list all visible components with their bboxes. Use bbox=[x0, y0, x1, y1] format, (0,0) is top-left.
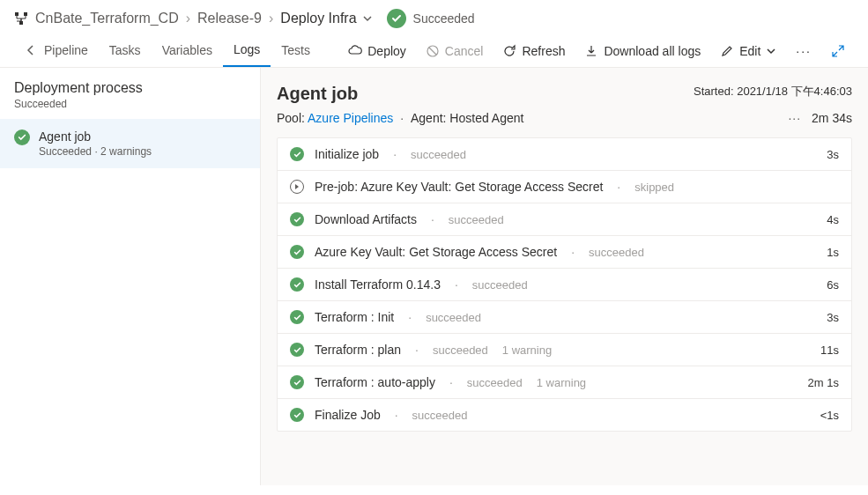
cancel-button: Cancel bbox=[424, 41, 486, 62]
success-icon bbox=[387, 9, 406, 28]
success-icon bbox=[290, 375, 304, 389]
task-row[interactable]: Terraform : plan · succeeded 1 warning 1… bbox=[278, 334, 851, 366]
sidebar-item-text: Agent job Succeeded · 2 warnings bbox=[39, 129, 152, 158]
sidebar-item-label: Agent job bbox=[39, 129, 152, 144]
sidebar-subtitle: Succeeded bbox=[14, 98, 246, 110]
deploy-label: Deploy bbox=[367, 44, 406, 58]
task-name: Install Terraform 0.14.3 bbox=[315, 277, 441, 292]
success-icon bbox=[290, 277, 304, 292]
job-duration-row: ··· 2m 34s bbox=[788, 111, 852, 125]
task-warning: 1 warning bbox=[537, 376, 586, 389]
task-status: succeeded bbox=[411, 148, 466, 161]
expand-icon bbox=[831, 44, 845, 58]
task-duration: 11s bbox=[820, 344, 839, 357]
task-name: Azure Key Vault: Get Storage Access Secr… bbox=[315, 245, 557, 259]
separator-dot: · bbox=[408, 310, 412, 324]
download-logs-button[interactable]: Download all logs bbox=[582, 41, 702, 62]
tab-tasks[interactable]: Tasks bbox=[99, 35, 152, 67]
task-status: succeeded bbox=[467, 376, 523, 389]
separator-dot: · bbox=[455, 277, 458, 292]
breadcrumb-stage[interactable]: Deploy Infra bbox=[280, 11, 372, 26]
success-icon bbox=[290, 310, 304, 324]
fullscreen-button[interactable] bbox=[829, 41, 847, 62]
task-duration: 1s bbox=[827, 246, 839, 259]
task-row[interactable]: Terraform : Init · succeeded 3s bbox=[278, 301, 851, 334]
task-status: skipped bbox=[634, 181, 674, 194]
task-duration: 3s bbox=[827, 311, 839, 324]
back-arrow-icon bbox=[25, 44, 37, 56]
separator-dot: · bbox=[397, 111, 407, 125]
cancel-label: Cancel bbox=[445, 44, 484, 58]
started-prefix: Started: bbox=[694, 85, 737, 98]
tab-pipeline[interactable]: Pipeline bbox=[14, 35, 99, 67]
task-status: succeeded bbox=[412, 409, 468, 422]
main-panel: Agent job Started: 2021/1/18 下午4:46:03 P… bbox=[261, 68, 868, 485]
task-row[interactable]: Pre-job: Azure Key Vault: Get Storage Ac… bbox=[278, 171, 851, 203]
main-header: Agent job Started: 2021/1/18 下午4:46:03 bbox=[277, 84, 852, 104]
breadcrumb-pipeline[interactable]: CnBate_Terraform_CD bbox=[35, 11, 179, 26]
release-icon bbox=[14, 11, 28, 26]
job-more-button[interactable]: ··· bbox=[788, 111, 801, 125]
task-status: succeeded bbox=[449, 213, 504, 226]
separator-dot: · bbox=[415, 343, 419, 357]
sidebar-item-agent-job[interactable]: Agent job Succeeded · 2 warnings bbox=[0, 119, 260, 168]
task-row[interactable]: Azure Key Vault: Get Storage Access Secr… bbox=[278, 236, 851, 269]
task-name: Initialize job bbox=[315, 147, 379, 161]
success-icon bbox=[290, 408, 304, 422]
breadcrumb: CnBate_Terraform_CD › Release-9 › Deploy… bbox=[35, 11, 373, 26]
refresh-label: Refresh bbox=[522, 44, 565, 58]
task-name: Download Artifacts bbox=[315, 212, 417, 226]
svg-rect-0 bbox=[15, 12, 19, 16]
success-icon bbox=[14, 129, 30, 145]
task-name: Pre-job: Azure Key Vault: Get Storage Ac… bbox=[315, 180, 603, 194]
task-name: Finalize Job bbox=[315, 408, 381, 422]
skipped-icon bbox=[290, 180, 304, 194]
separator-dot: · bbox=[617, 180, 620, 194]
task-duration: <1s bbox=[820, 409, 839, 422]
content: Deployment process Succeeded Agent job S… bbox=[0, 68, 868, 485]
task-row[interactable]: Terraform : auto-apply · succeeded 1 war… bbox=[278, 366, 851, 399]
task-row[interactable]: Download Artifacts · succeeded 4s bbox=[278, 203, 851, 236]
task-status: succeeded bbox=[426, 311, 481, 324]
tab-row: Pipeline Tasks Variables Logs Tests bbox=[14, 35, 321, 67]
sidebar: Deployment process Succeeded Agent job S… bbox=[0, 68, 261, 485]
separator-dot: · bbox=[571, 245, 575, 259]
cancel-icon bbox=[426, 44, 440, 58]
tab-pipeline-label: Pipeline bbox=[44, 43, 88, 57]
task-name: Terraform : Init bbox=[315, 310, 394, 324]
job-duration: 2m 34s bbox=[812, 111, 852, 125]
chevron-right-icon: › bbox=[186, 11, 190, 26]
more-button[interactable]: ··· bbox=[794, 41, 813, 62]
separator-dot: · bbox=[395, 408, 398, 422]
started-value: 2021/1/18 下午4:46:03 bbox=[737, 85, 852, 98]
more-icon: ··· bbox=[796, 44, 812, 58]
agent-label: Agent: Hosted Agent bbox=[411, 111, 523, 125]
task-row[interactable]: Finalize Job · succeeded <1s bbox=[278, 399, 851, 431]
status-badge: Succeeded bbox=[387, 9, 475, 28]
pool-link[interactable]: Azure Pipelines bbox=[308, 111, 393, 125]
pool-info: Pool: Azure Pipelines · Agent: Hosted Ag… bbox=[277, 111, 523, 125]
tab-logs[interactable]: Logs bbox=[223, 35, 271, 67]
breadcrumb-release[interactable]: Release-9 bbox=[197, 11, 262, 26]
task-duration: 6s bbox=[827, 278, 839, 292]
refresh-icon bbox=[502, 44, 516, 58]
toolbar-actions: Deploy Cancel Refresh Download all logs … bbox=[346, 41, 854, 62]
task-row[interactable]: Install Terraform 0.14.3 · succeeded 6s bbox=[278, 269, 851, 301]
sidebar-title: Deployment process bbox=[14, 80, 246, 96]
sidebar-item-meta: Succeeded · 2 warnings bbox=[39, 145, 152, 158]
deploy-button[interactable]: Deploy bbox=[346, 41, 408, 62]
started-timestamp: Started: 2021/1/18 下午4:46:03 bbox=[694, 84, 852, 100]
refresh-button[interactable]: Refresh bbox=[501, 41, 567, 62]
chevron-down-icon bbox=[766, 46, 776, 56]
task-row[interactable]: Initialize job · succeeded 3s bbox=[278, 138, 851, 171]
tab-variables[interactable]: Variables bbox=[152, 35, 223, 67]
edit-button[interactable]: Edit bbox=[718, 41, 778, 62]
tab-tests[interactable]: Tests bbox=[271, 35, 321, 67]
edit-icon bbox=[720, 44, 734, 58]
separator-dot: · bbox=[431, 212, 434, 226]
chevron-down-icon bbox=[362, 13, 373, 24]
success-icon bbox=[290, 343, 304, 357]
cloud-deploy-icon bbox=[348, 44, 362, 58]
separator-dot: · bbox=[449, 375, 453, 389]
task-duration: 3s bbox=[827, 148, 839, 161]
